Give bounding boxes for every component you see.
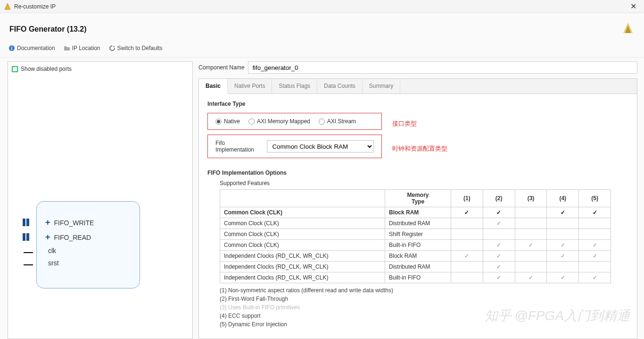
folder-icon	[64, 45, 70, 51]
table-row: Independent Clocks (RD_CLK, WR_CLK)Distr…	[220, 262, 611, 272]
tab-native-ports[interactable]: Native Ports	[228, 79, 272, 93]
component-name-input[interactable]	[248, 61, 637, 74]
note-line: (1) Non-symmetric aspect ratios (differe…	[220, 287, 628, 294]
impl-options-title: FIFO Implementation Options	[207, 170, 628, 176]
window-titlebar: Re-customize IP ✕	[0, 0, 644, 13]
table-row: Independent Clocks (RD_CLK, WR_CLK)Block…	[220, 251, 611, 262]
tab-content-basic: Interface Type Native AXI Memory Mapped …	[198, 93, 637, 339]
tab-bar: Basic Native Ports Status Flags Data Cou…	[198, 78, 637, 93]
tab-summary[interactable]: Summary	[363, 79, 400, 93]
table-row: Common Clock (CLK)Shift Register	[220, 229, 611, 240]
app-icon	[4, 3, 11, 10]
close-icon[interactable]: ✕	[627, 2, 640, 11]
tab-basic[interactable]: Basic	[199, 79, 228, 94]
feature-notes: (1) Non-symmetric aspect ratios (differe…	[220, 287, 628, 328]
interface-type-group: Native AXI Memory Mapped AXI Stream	[207, 113, 382, 130]
port-clk: clk	[45, 247, 131, 254]
switch-defaults-link[interactable]: Switch to Defaults	[109, 45, 163, 51]
supported-features-label: Supported Features	[220, 180, 628, 186]
component-name-label: Component Name	[198, 64, 244, 71]
annotation-interface: 接口类型	[392, 119, 417, 128]
tab-status-flags[interactable]: Status Flags	[272, 79, 317, 93]
header: FIFO Generator (13.2)	[0, 13, 644, 42]
note-line: (5) Dynamic Error Injection	[220, 321, 628, 328]
toolbar: i Documentation IP Location Switch to De…	[0, 42, 644, 58]
expand-icon[interactable]: +	[45, 232, 50, 242]
radio-axi-mm[interactable]: AXI Memory Mapped	[248, 118, 310, 125]
window-title: Re-customize IP	[14, 3, 56, 10]
th-memory-type: MemoryType	[385, 190, 451, 207]
features-table: MemoryType (1) (2) (3) (4) (5) Common Cl…	[220, 189, 611, 283]
expand-icon[interactable]: +	[45, 218, 50, 228]
brand-icon	[621, 22, 635, 36]
svg-text:i: i	[11, 46, 13, 51]
note-line: (4) ECC support	[220, 313, 628, 319]
ip-block-diagram: +FIFO_WRITE +FIFO_READ clk srst	[36, 201, 140, 288]
show-disabled-checkbox[interactable]	[12, 66, 18, 72]
config-panel: Component Name Basic Native Ports Status…	[196, 58, 644, 339]
interface-type-title: Interface Type	[207, 101, 628, 107]
port-fifo-read: +FIFO_READ	[45, 232, 131, 242]
note-line: (3) Uses Built-in FIFO primitives	[220, 304, 628, 311]
info-icon: i	[8, 45, 15, 51]
preview-panel: Show disabled ports +FIFO_WRITE +FIFO_RE…	[8, 61, 193, 339]
ip-location-link[interactable]: IP Location	[64, 45, 100, 51]
table-row: Independent Clocks (RD_CLK, WR_CLK)Built…	[220, 272, 611, 283]
radio-native[interactable]: Native	[215, 118, 240, 125]
fifo-impl-group: Fifo Implementation Common Clock Block R…	[207, 135, 382, 158]
table-row: Common Clock (CLK)Built-in FIFO✓✓✓✓	[220, 240, 611, 251]
show-disabled-label: Show disabled ports	[21, 66, 72, 72]
fifo-impl-select[interactable]: Common Clock Block RAM	[267, 140, 374, 153]
table-row: Common Clock (CLK)Block RAM✓✓✓✓	[220, 207, 611, 218]
fifo-impl-label: Fifo Implementation	[215, 140, 263, 153]
note-line: (2) First-Word Fall-Through	[220, 296, 628, 302]
port-fifo-write: +FIFO_WRITE	[45, 218, 131, 228]
page-title: FIFO Generator (13.2)	[9, 25, 87, 34]
documentation-link[interactable]: i Documentation	[8, 45, 55, 51]
radio-axi-stream[interactable]: AXI Stream	[319, 118, 356, 125]
tab-data-counts[interactable]: Data Counts	[317, 79, 363, 93]
port-srst: srst	[45, 259, 131, 267]
table-row: Common Clock (CLK)Distributed RAM✓	[220, 218, 611, 229]
annotation-impl: 时钟和资源配置类型	[392, 144, 447, 153]
refresh-icon	[109, 45, 116, 51]
